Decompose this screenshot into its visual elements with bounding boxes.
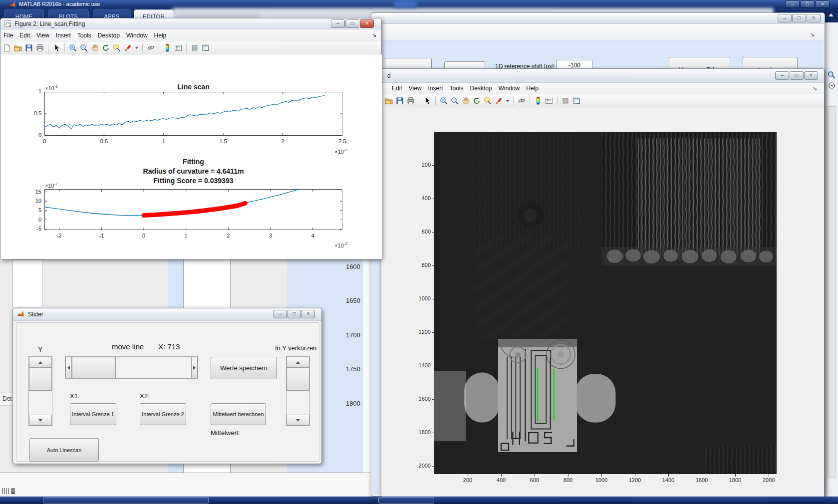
insert-colorbar-icon[interactable] [534, 96, 543, 105]
interval-grenze-1-button[interactable]: Interval Grenze 1 [70, 403, 116, 425]
dropdown-arrow-icon[interactable] [134, 43, 139, 52]
open-folder-icon[interactable] [384, 96, 393, 105]
menu-item-window[interactable]: Window [499, 85, 520, 92]
rotate-3d-icon[interactable] [101, 43, 110, 52]
slider-thumb[interactable] [286, 368, 309, 391]
slider-down-arrow[interactable] [29, 415, 52, 426]
restore-button[interactable]: □ [792, 14, 806, 22]
menu-item-insert[interactable]: Insert [56, 32, 71, 39]
cursor-arrow-icon[interactable] [52, 43, 61, 52]
data-cursor-icon[interactable] [112, 43, 121, 52]
save-icon[interactable] [395, 96, 404, 105]
minimize-button[interactable]: – [786, 0, 800, 7]
collapsed-panel-strip[interactable] [828, 106, 836, 478]
scan-figure-titlebar[interactable]: d –□× [381, 69, 824, 83]
open-folder-icon[interactable] [13, 43, 22, 52]
menu-item-window[interactable]: Window [126, 32, 148, 39]
axis-tick-label: 1800 [729, 477, 741, 483]
menu-item-desktop[interactable]: Desktop [470, 85, 492, 92]
link-plots-icon[interactable] [517, 96, 526, 105]
taskbar-button[interactable] [43, 497, 209, 504]
menu-item-edit[interactable]: Edit [19, 32, 30, 39]
new-document-icon[interactable] [2, 43, 11, 52]
menu-item-help[interactable]: Help [154, 32, 167, 39]
interval-grenze-2-button[interactable]: Interval Grenze 2 [140, 403, 186, 425]
plot-tools-show-icon[interactable] [572, 96, 581, 105]
menu-item-tools[interactable]: Tools [77, 32, 91, 39]
slider-titlebar[interactable]: Slider –□× [13, 308, 321, 321]
insert-legend-icon[interactable] [545, 96, 554, 105]
auto-linescan-button[interactable]: Auto Linescan [29, 438, 99, 462]
slider-down-arrow[interactable] [286, 415, 309, 426]
close-button[interactable]: × [301, 310, 315, 318]
pan-hand-icon[interactable] [461, 96, 470, 105]
restore-button[interactable]: □ [287, 310, 301, 318]
axis-tick-label: 2000 [763, 477, 775, 483]
zoom-in-icon[interactable] [439, 96, 448, 105]
zoom-in-icon[interactable] [68, 43, 77, 52]
slider-thumb[interactable] [72, 357, 116, 378]
minimize-button[interactable]: – [274, 310, 287, 318]
resize-grip[interactable] [2, 487, 16, 496]
data-cursor-icon[interactable] [483, 96, 492, 105]
minimize-button[interactable]: – [778, 14, 792, 22]
brush-icon[interactable] [123, 43, 132, 52]
slider-thumb[interactable] [29, 368, 52, 391]
scan-image[interactable] [434, 132, 777, 474]
close-button[interactable]: × [816, 0, 830, 7]
plot-tools-hide-icon[interactable] [190, 43, 199, 52]
ribbon-pin-icon[interactable] [829, 13, 834, 16]
close-button[interactable]: × [360, 19, 374, 28]
restore-button[interactable]: □ [801, 0, 815, 7]
shorten-y-slider[interactable] [286, 356, 310, 426]
menu-item-insert[interactable]: Insert [428, 85, 443, 92]
close-button[interactable]: × [804, 71, 818, 80]
target-icon[interactable] [828, 82, 836, 90]
axis-tick-label: -1 [99, 233, 104, 239]
plot-tools-show-icon[interactable] [201, 43, 210, 52]
plot-tools-hide-icon[interactable] [561, 96, 570, 105]
y-slider[interactable] [28, 356, 52, 426]
cursor-arrow-icon[interactable] [423, 96, 432, 105]
print-icon[interactable] [35, 43, 44, 52]
zoom-out-icon[interactable] [79, 43, 88, 52]
close-button[interactable]: × [807, 14, 821, 22]
figure2-titlebar[interactable]: Figure 2: Line_scan,Fitting –□× [0, 18, 381, 29]
dock-arrow-icon[interactable]: ↘ [813, 85, 817, 92]
save-values-button[interactable]: Werte speichern [211, 357, 277, 379]
slider-up-arrow[interactable] [29, 357, 52, 368]
move-line-slider[interactable] [65, 356, 198, 379]
dock-arrow-icon[interactable]: ↘ [372, 32, 376, 38]
zoom-out-icon[interactable] [450, 96, 459, 105]
menu-item-edit[interactable]: Edit [392, 85, 402, 92]
minimize-button[interactable]: – [775, 71, 789, 80]
brush-icon[interactable] [494, 96, 503, 105]
control-panel-titlebar[interactable]: –□× [371, 13, 825, 24]
maximize-button[interactable]: □ [345, 19, 359, 28]
menu-item-file[interactable]: File [3, 32, 13, 39]
insert-legend-icon[interactable] [174, 43, 183, 52]
rotate-3d-icon[interactable] [472, 96, 481, 105]
insert-colorbar-icon[interactable] [163, 43, 172, 52]
print-icon[interactable] [406, 96, 415, 105]
fitting-plot[interactable] [44, 189, 342, 230]
restore-button[interactable]: □ [790, 71, 804, 80]
taskbar-button[interactable] [378, 497, 434, 504]
pan-hand-icon[interactable] [90, 43, 99, 52]
menu-item-view[interactable]: View [409, 85, 422, 92]
link-plots-icon[interactable] [146, 43, 155, 52]
save-icon[interactable] [24, 43, 33, 52]
menu-item-help[interactable]: Help [526, 85, 539, 92]
menu-item-tools[interactable]: Tools [450, 85, 464, 92]
mittelwert-berechnen-button[interactable]: Mittelwert berechnen [211, 403, 266, 425]
slider-up-arrow[interactable] [286, 357, 309, 368]
menu-item-desktop[interactable]: Desktop [98, 32, 120, 39]
dock-arrow-icon[interactable]: ↘ [810, 31, 815, 38]
dropdown-arrow-icon[interactable] [505, 96, 510, 105]
search-icon[interactable] [828, 71, 836, 79]
linescan-plot[interactable] [44, 92, 342, 136]
slider-left-arrow[interactable] [65, 357, 72, 378]
slider-right-arrow[interactable] [191, 357, 198, 378]
minimize-button[interactable]: – [331, 19, 345, 28]
menu-item-view[interactable]: View [36, 32, 49, 39]
